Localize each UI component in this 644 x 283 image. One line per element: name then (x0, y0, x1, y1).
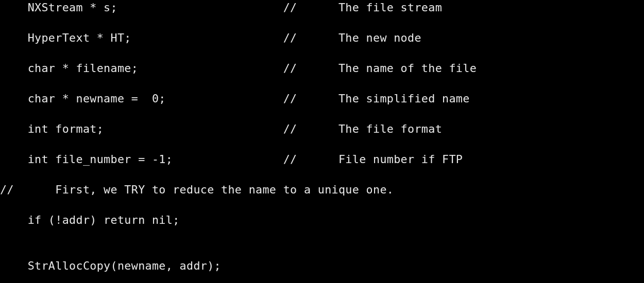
code-line: HyperText * HT; // The new node (0, 30, 644, 46)
code-block: NXStream * s; // The file stream HyperTe… (0, 0, 644, 283)
code-line: // First, we TRY to reduce the name to a… (0, 182, 644, 198)
code-line: if (!addr) return nil; (0, 213, 644, 228)
code-line: NXStream * s; // The file stream (0, 0, 644, 15)
code-line: char * filename; // The name of the file (0, 61, 644, 76)
code-line: StrAllocCopy(newname, addr); (0, 258, 644, 274)
code-line: char * newname = 0; // The simplified na… (0, 91, 644, 107)
code-line: int format; // The file format (0, 121, 644, 137)
code-line: int file_number = -1; // File number if … (0, 152, 644, 167)
